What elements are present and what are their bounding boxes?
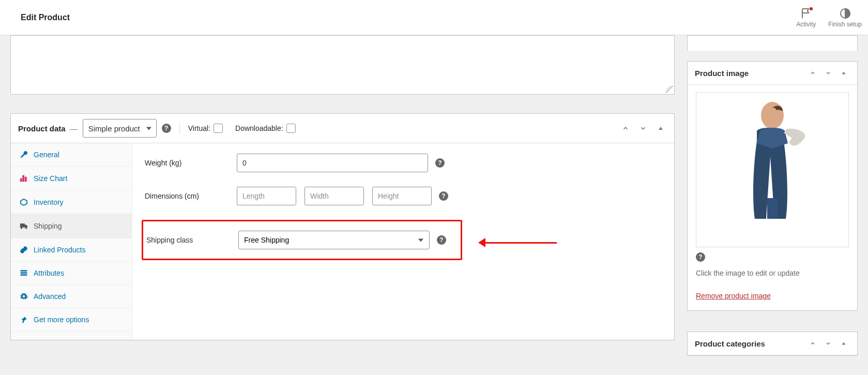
downloadable-label: Downloadable: <box>235 124 296 133</box>
tab-attributes-label: Attributes <box>34 269 64 277</box>
tab-shipping-label: Shipping <box>34 222 62 230</box>
tab-general-label: General <box>34 151 59 159</box>
move-down-button[interactable] <box>822 67 834 79</box>
product-image-placeholder-icon <box>726 95 819 245</box>
virtual-text: Virtual: <box>188 124 210 132</box>
product-image-panel: Product image <box>687 61 858 311</box>
width-input[interactable] <box>304 187 364 205</box>
panel-toggle-group <box>806 67 850 79</box>
product-categories-panel: Product categories <box>687 332 858 356</box>
description-editor[interactable] <box>10 35 675 95</box>
inventory-icon <box>19 198 28 206</box>
svg-point-4 <box>761 102 784 129</box>
finish-setup-button[interactable]: Finish setup <box>828 7 862 28</box>
tab-size-chart-label: Size Chart <box>34 174 67 183</box>
notification-dot <box>810 7 813 10</box>
virtual-label: Virtual: <box>188 124 223 133</box>
move-up-button[interactable] <box>806 337 819 350</box>
product-image-hint: Click the image to edit or update <box>696 269 849 277</box>
page-title: Edit Product <box>21 13 70 22</box>
tab-size-chart[interactable]: Size Chart <box>11 167 132 191</box>
annotation-arrow-icon <box>479 240 567 245</box>
move-down-button[interactable] <box>637 122 649 134</box>
weight-input[interactable] <box>237 154 428 172</box>
list-icon <box>19 269 28 277</box>
downloadable-text: Downloadable: <box>235 124 283 132</box>
collapse-button[interactable] <box>837 67 850 79</box>
tab-inventory[interactable]: Inventory <box>11 191 132 214</box>
tab-advanced-label: Advanced <box>34 292 66 301</box>
gear-icon <box>19 292 28 301</box>
svg-rect-5 <box>767 198 778 219</box>
help-icon[interactable]: ? <box>437 235 446 245</box>
resize-handle-icon[interactable] <box>666 86 673 93</box>
product-image-header: Product image <box>688 62 857 85</box>
help-icon[interactable]: ? <box>439 191 448 201</box>
product-data-tabs: General Size Chart Inventory Shipping <box>11 143 132 340</box>
wrench-icon <box>19 151 28 159</box>
dash-separator: — <box>70 124 78 133</box>
divider <box>179 123 180 134</box>
product-data-title-text: Product data <box>18 124 66 133</box>
remove-product-image-link[interactable]: Remove product image <box>696 292 771 300</box>
panel-toggle-group <box>619 122 667 134</box>
length-input[interactable] <box>237 187 296 205</box>
shipping-class-row: Shipping class Free Shipping ? <box>143 231 461 249</box>
move-up-button[interactable] <box>806 67 819 79</box>
top-actions: Activity Finish setup <box>796 7 862 28</box>
size-chart-icon <box>19 174 28 183</box>
tab-advanced[interactable]: Advanced <box>11 285 132 308</box>
main-column: Product data — Simple product ? Virtual:… <box>10 35 675 340</box>
tab-get-more[interactable]: Get more options <box>11 308 132 332</box>
shipping-panel: Weight (kg) ? Dimensions (cm) ? <box>132 143 674 340</box>
half-circle-icon <box>839 7 851 20</box>
virtual-checkbox[interactable] <box>214 124 223 133</box>
downloadable-checkbox[interactable] <box>286 124 296 133</box>
shipping-class-label: Shipping class <box>146 236 238 244</box>
product-image-body: ? Click the image to edit or update Remo… <box>688 85 857 310</box>
dimensions-row: Dimensions (cm) ? <box>145 187 662 205</box>
height-input[interactable] <box>372 187 432 205</box>
page-body: Product data — Simple product ? Virtual:… <box>0 35 868 366</box>
shipping-class-select[interactable]: Free Shipping <box>238 231 430 249</box>
sidebar: Product image <box>687 35 858 356</box>
top-bar: Edit Product Activity Finish setup <box>0 0 868 35</box>
tab-get-more-label: Get more options <box>34 316 89 324</box>
activity-button[interactable]: Activity <box>796 7 816 28</box>
tab-inventory-label: Inventory <box>34 198 64 206</box>
help-icon[interactable]: ? <box>162 124 171 133</box>
tab-shipping[interactable]: Shipping <box>11 214 132 238</box>
link-icon <box>19 246 28 254</box>
shipping-class-highlight: Shipping class Free Shipping ? <box>142 220 462 260</box>
product-data-title: Product data — <box>18 124 78 133</box>
finish-setup-label: Finish setup <box>828 21 862 28</box>
product-data-header: Product data — Simple product ? Virtual:… <box>11 114 674 143</box>
weight-row: Weight (kg) ? <box>145 154 662 172</box>
svg-rect-1 <box>21 271 27 272</box>
activity-label: Activity <box>796 21 816 28</box>
product-image-title: Product image <box>695 69 749 78</box>
svg-rect-2 <box>21 273 27 274</box>
tab-linked-products[interactable]: Linked Products <box>11 238 132 262</box>
sidebar-truncated-panel <box>687 35 858 51</box>
product-image[interactable] <box>696 92 849 247</box>
product-type-select[interactable]: Simple product <box>83 119 157 138</box>
weight-label: Weight (kg) <box>145 159 237 167</box>
tab-linked-label: Linked Products <box>34 246 85 254</box>
product-data-body: General Size Chart Inventory Shipping <box>11 143 674 340</box>
product-data-panel: Product data — Simple product ? Virtual:… <box>10 113 675 340</box>
help-icon[interactable]: ? <box>696 252 705 262</box>
collapse-button[interactable] <box>837 337 850 350</box>
help-icon[interactable]: ? <box>435 158 445 168</box>
svg-rect-3 <box>21 275 27 276</box>
tab-attributes[interactable]: Attributes <box>11 262 132 285</box>
truck-icon <box>19 221 28 231</box>
dimensions-inputs <box>237 187 432 205</box>
collapse-button[interactable] <box>654 122 667 134</box>
pin-icon <box>19 316 28 324</box>
move-up-button[interactable] <box>619 122 632 134</box>
tab-general[interactable]: General <box>11 143 132 167</box>
move-down-button[interactable] <box>822 337 834 350</box>
product-categories-header: Product categories <box>688 332 857 355</box>
product-categories-title: Product categories <box>695 339 765 348</box>
